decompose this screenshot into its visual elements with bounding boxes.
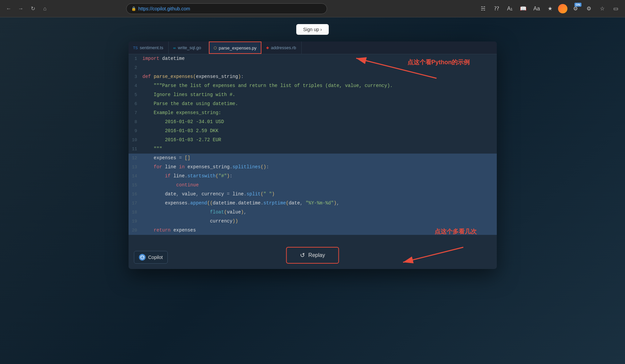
- replay-label: Replay: [308, 252, 325, 258]
- nav-refresh-button[interactable]: ↻: [28, 4, 37, 13]
- replay-icon: ↺: [300, 252, 305, 259]
- code-line-11: 11 """: [129, 145, 497, 154]
- svg-point-0: [141, 256, 144, 259]
- code-line-19: 19 currency)): [129, 217, 497, 226]
- settings-button[interactable]: ⚙: [583, 3, 594, 14]
- url-input[interactable]: [138, 6, 322, 11]
- code-line-10: 10 2016-01-03 -2.72 EUR: [129, 135, 497, 145]
- svg-point-1: [141, 257, 142, 257]
- code-line-16: 16 date, value, currency = line.split(" …: [129, 190, 497, 199]
- reader-mode-button[interactable]: ☵: [478, 3, 488, 14]
- code-line-13: 13 for line in expenses_string.splitline…: [129, 163, 497, 172]
- code-line-18: 18 float(value),: [129, 208, 497, 217]
- code-area: 1 import datetime 2 3 def parse_expenses…: [129, 54, 497, 268]
- nav-forward-button[interactable]: →: [16, 4, 25, 13]
- tab-addresses-label: addresses.rb: [271, 45, 296, 50]
- browser-right-controls: ☵ ⁇ A₁ 📖 Aa ★ ⚙ ON ⚙ ☆ ▭: [478, 3, 621, 14]
- editor-container: TS sentiment.ts ∞ write_sql.go ⬡ parse_e…: [129, 41, 497, 269]
- grid-view-button[interactable]: ⁇: [491, 3, 502, 14]
- replay-button[interactable]: ↺ Replay: [286, 247, 339, 264]
- tab-parse-expenses[interactable]: ⬡ parse_expenses.py: [209, 41, 262, 54]
- tab-sentiment[interactable]: TS sentiment.ts: [129, 41, 169, 54]
- aa-button[interactable]: Aa: [531, 3, 542, 14]
- lock-icon: 🔒: [131, 6, 136, 11]
- tab-parse-expenses-label: parse_expenses.py: [219, 46, 257, 51]
- copilot-button[interactable]: Copilot: [134, 251, 168, 264]
- code-line-6: 6 Parse the date using datetime.: [129, 99, 497, 108]
- browser-chrome: ← → ↻ ⌂ 🔒 ☵ ⁇ A₁ 📖 Aa ★ ⚙ ON ⚙ ☆ ▭: [0, 0, 625, 17]
- nav-back-button[interactable]: ←: [4, 4, 13, 13]
- copilot-icon: [139, 254, 146, 261]
- rb-icon: ◆: [266, 46, 269, 50]
- py-icon: ⬡: [214, 46, 217, 50]
- nav-home-button[interactable]: ⌂: [40, 4, 50, 13]
- tab-bar: TS sentiment.ts ∞ write_sql.go ⬡ parse_e…: [129, 41, 497, 54]
- code-line-12: 12 expenses = []: [129, 154, 497, 163]
- go-icon: ∞: [173, 46, 176, 50]
- code-line-4: 4 """Parse the list of expenses and retu…: [129, 81, 497, 90]
- tab-write-sql[interactable]: ∞ write_sql.go: [169, 41, 209, 54]
- code-line-3: 3 def parse_expenses(expenses_string):: [129, 72, 497, 81]
- copilot-label: Copilot: [148, 255, 163, 260]
- collections-button[interactable]: ▭: [610, 3, 621, 14]
- code-line-17: 17 expenses.append((datetime.datetime.st…: [129, 199, 497, 208]
- page-content: Sign up › TS sentiment.ts ∞ write_sql.go…: [0, 17, 625, 364]
- tab-addresses[interactable]: ◆ addresses.rb: [261, 41, 302, 54]
- code-line-8: 8 2016-01-02 -34.01 USD: [129, 117, 497, 126]
- favorites-button[interactable]: ★: [545, 3, 555, 14]
- code-line-5: 5 Ignore lines starting with #.: [129, 90, 497, 99]
- code-line-7: 7 Example expenses_string:: [129, 108, 497, 117]
- code-line-1: 1 import datetime: [129, 54, 497, 63]
- code-line-14: 14 if line.startswith("#"):: [129, 172, 497, 181]
- address-bar[interactable]: 🔒: [126, 3, 327, 14]
- tab-write-sql-label: write_sql.go: [178, 45, 201, 50]
- translate-button[interactable]: A₁: [504, 3, 515, 14]
- tab-sentiment-label: sentiment.ts: [140, 45, 163, 50]
- signup-button[interactable]: Sign up ›: [296, 24, 328, 35]
- svg-point-2: [143, 257, 143, 257]
- extensions-badge: ON: [574, 3, 582, 7]
- replay-button-container: ↺ Replay: [286, 247, 339, 264]
- immersive-reader-button[interactable]: 📖: [518, 3, 529, 14]
- profile-avatar[interactable]: [558, 4, 567, 13]
- code-line-9: 9 2016-01-03 2.59 DKK: [129, 126, 497, 135]
- code-line-15: 15 continue: [129, 181, 497, 190]
- favorites-star-button[interactable]: ☆: [597, 3, 608, 14]
- ts-icon: TS: [133, 46, 138, 50]
- code-line-20: 20 return expenses: [129, 226, 497, 235]
- code-line-2: 2: [129, 63, 497, 72]
